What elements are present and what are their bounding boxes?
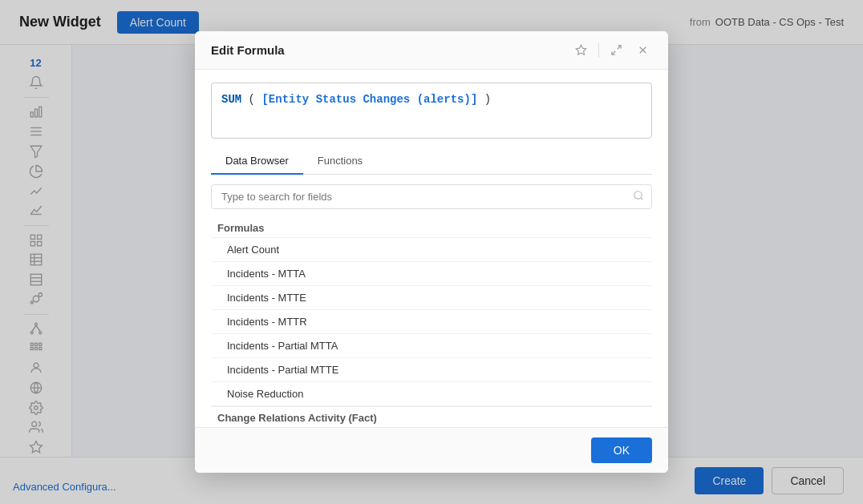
modal-header-icons bbox=[572, 42, 652, 58]
formula-tabs: Data Browser Functions bbox=[211, 148, 652, 175]
svg-line-45 bbox=[641, 198, 643, 200]
modal-header: Edit Formula bbox=[195, 31, 668, 70]
svg-marker-39 bbox=[576, 45, 586, 54]
favorite-button[interactable] bbox=[572, 42, 590, 58]
formula-text: SUM ( [Entity Status Changes (alerts)] ) bbox=[221, 93, 491, 106]
list-item-noise-reduction[interactable]: Noise Reduction bbox=[211, 382, 652, 406]
svg-line-41 bbox=[612, 51, 615, 54]
tab-functions[interactable]: Functions bbox=[303, 148, 377, 175]
search-bar bbox=[211, 184, 652, 209]
ok-button[interactable]: OK bbox=[591, 437, 652, 463]
data-list: Formulas Alert Count Incidents - MTTA In… bbox=[211, 216, 652, 427]
expand-button[interactable] bbox=[607, 42, 626, 58]
header-divider bbox=[598, 43, 599, 58]
tab-data-browser[interactable]: Data Browser bbox=[211, 148, 303, 175]
svg-point-44 bbox=[634, 192, 642, 199]
list-item-alert-count[interactable]: Alert Count bbox=[211, 238, 652, 262]
page-background: New Widget Alert Count from OOTB Data - … bbox=[0, 0, 863, 504]
svg-line-40 bbox=[618, 46, 621, 49]
modal-footer: OK bbox=[195, 427, 668, 473]
group-header-change-relations: Change Relations Activity (Fact) bbox=[211, 406, 652, 427]
search-input[interactable] bbox=[211, 184, 652, 209]
list-item-incidents-mttr[interactable]: Incidents - MTTR bbox=[211, 310, 652, 334]
edit-formula-modal: Edit Formula SUM ( [Entit bbox=[195, 31, 668, 473]
list-item-incidents-mtte[interactable]: Incidents - MTTE bbox=[211, 286, 652, 310]
list-item-incidents-partial-mtte[interactable]: Incidents - Partial MTTE bbox=[211, 358, 652, 382]
list-item-incidents-mtta[interactable]: Incidents - MTTA bbox=[211, 262, 652, 286]
group-header-formulas: Formulas bbox=[211, 216, 652, 238]
close-button[interactable] bbox=[634, 42, 652, 58]
list-item-incidents-partial-mtta[interactable]: Incidents - Partial MTTA bbox=[211, 334, 652, 358]
search-icon bbox=[633, 190, 644, 204]
modal-overlay: Edit Formula SUM ( [Entit bbox=[0, 0, 863, 504]
modal-title: Edit Formula bbox=[211, 43, 285, 57]
formula-editor[interactable]: SUM ( [Entity Status Changes (alerts)] ) bbox=[211, 83, 652, 139]
